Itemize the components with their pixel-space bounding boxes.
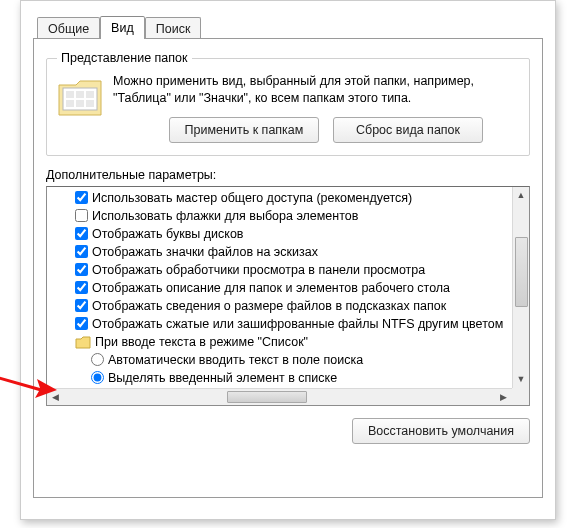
scroll-down-icon[interactable]: ▼ [513,371,529,388]
option-label: Использовать мастер общего доступа (реко… [92,191,412,205]
svg-rect-2 [76,91,84,98]
option-group-label: При вводе текста в режиме "Список" [95,335,308,349]
option-label: Отображать сжатые или зашифрованные файл… [92,317,503,331]
svg-rect-1 [66,91,74,98]
folder-views-group: Представление папок Можно применить вид,… [46,51,530,156]
scrollbar-corner [512,388,529,405]
option-label: Использовать флажки для выбора элементов [92,209,358,223]
tab-strip: Общие Вид Поиск [37,15,543,38]
scroll-up-icon[interactable]: ▲ [513,187,529,204]
option-label: Выделять введенный элемент в списке [108,371,337,385]
folder-views-icon [57,75,103,117]
tab-general[interactable]: Общие [37,17,100,39]
vertical-scrollbar[interactable]: ▲ ▼ [512,187,529,388]
option-checkbox[interactable] [75,299,88,312]
advanced-settings-label: Дополнительные параметры: [46,168,530,182]
horizontal-scrollbar[interactable]: ◀ ▶ [47,388,512,405]
tab-panel-view: Представление папок Можно применить вид,… [33,38,543,498]
tab-search[interactable]: Поиск [145,17,202,39]
svg-rect-5 [76,100,84,107]
tree-row: Отображать сжатые или зашифрованные файл… [55,315,512,333]
folder-icon [75,335,91,349]
tree-row: При вводе текста в режиме "Список" [55,333,512,351]
tree-row: Использовать флажки для выбора элементов [55,207,512,225]
option-checkbox[interactable] [75,191,88,204]
tree-row: Выделять введенный элемент в списке [55,369,512,387]
folder-views-legend: Представление папок [57,51,192,65]
option-label: Отображать описание для папок и элементо… [92,281,450,295]
tree-row: Автоматически вводить текст в поле поиск… [55,351,512,369]
scroll-right-icon[interactable]: ▶ [495,389,512,405]
tree-row: Отображать значки файлов на эскизах [55,243,512,261]
scroll-thumb-horizontal[interactable] [227,391,307,403]
folder-options-dialog: Общие Вид Поиск Представление папок Можн… [20,0,556,520]
apply-to-folders-button[interactable]: Применить к папкам [169,117,319,143]
option-checkbox[interactable] [75,263,88,276]
tree-row: Отображать буквы дисков [55,225,512,243]
svg-rect-3 [86,91,94,98]
tree-row: Отображать сведения о размере файлов в п… [55,297,512,315]
option-label: Автоматически вводить текст в поле поиск… [108,353,363,367]
tree-row: Отображать обработчики просмотра в панел… [55,261,512,279]
tree-row: Отображать описание для папок и элементо… [55,279,512,297]
tab-view[interactable]: Вид [100,16,145,39]
option-checkbox[interactable] [75,281,88,294]
option-checkbox[interactable] [75,317,88,330]
reset-folder-views-button[interactable]: Сброс вида папок [333,117,483,143]
advanced-settings-tree: Использовать мастер общего доступа (реко… [46,186,530,406]
option-checkbox[interactable] [75,209,88,222]
tree-row: Использовать мастер общего доступа (реко… [55,189,512,207]
svg-rect-6 [86,100,94,107]
option-label: Отображать значки файлов на эскизах [92,245,318,259]
option-radio[interactable] [91,353,104,366]
option-checkbox[interactable] [75,227,88,240]
pointer-arrow [0,370,57,398]
restore-defaults-button[interactable]: Восстановить умолчания [352,418,530,444]
option-radio[interactable] [91,371,104,384]
folder-views-description: Можно применить вид, выбранный для этой … [113,73,519,107]
option-label: Отображать буквы дисков [92,227,244,241]
scroll-thumb-vertical[interactable] [515,237,528,307]
option-label: Отображать сведения о размере файлов в п… [92,299,446,313]
option-checkbox[interactable] [75,245,88,258]
svg-rect-4 [66,100,74,107]
option-label: Отображать обработчики просмотра в панел… [92,263,425,277]
